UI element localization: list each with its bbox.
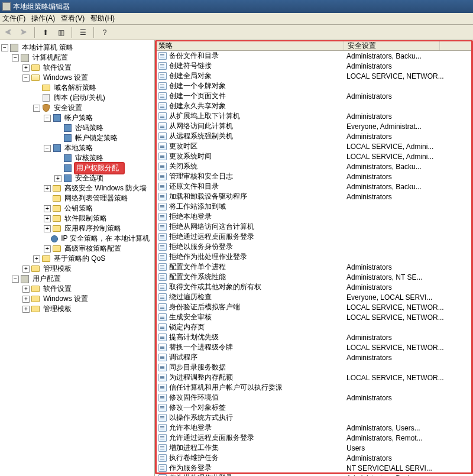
toggle-icon[interactable]: + xyxy=(33,255,40,263)
list-row[interactable]: 更改时区LOCAL SERVICE, Admini... xyxy=(155,141,473,151)
node-srp[interactable]: + 软件限制策略 xyxy=(44,213,153,224)
list-row[interactable]: 从扩展坞上取下计算机Administrators xyxy=(155,111,473,121)
node-lockout[interactable]: 帐户锁定策略 xyxy=(54,133,153,143)
list-row[interactable]: 拒绝以服务身份登录 xyxy=(155,242,473,252)
toggle-icon[interactable]: − xyxy=(12,276,19,283)
back-button[interactable]: ⮜ xyxy=(2,27,14,38)
list-row[interactable]: 调试程序Administrators xyxy=(155,352,473,362)
node-appctrl[interactable]: + 应用程序控制策略 xyxy=(44,224,153,234)
list-row[interactable]: 修改一个对象标签 xyxy=(155,403,473,413)
list-row[interactable]: 作为服务登录NT SERVICE\ALL SERVI... xyxy=(155,463,473,473)
list-body[interactable]: 备份文件和目录Administrators, Backu...创建符号链接Adm… xyxy=(155,51,473,476)
up-button[interactable]: ⬆ xyxy=(40,27,51,38)
menu-help[interactable]: 帮助(H) xyxy=(90,14,115,24)
toggle-icon[interactable]: + xyxy=(22,64,30,72)
toggle-icon[interactable]: − xyxy=(44,115,51,122)
list-row[interactable]: 还原文件和目录Administrators, Backu... xyxy=(155,182,473,192)
list-row[interactable]: 以操作系统方式执行 xyxy=(155,413,473,423)
node-secopts[interactable]: + 安全选项 xyxy=(54,173,153,183)
export-button[interactable]: ☰ xyxy=(77,27,89,38)
node-usoftware[interactable]: + 软件设置 xyxy=(22,284,153,294)
show-hide-tree-button[interactable]: ▥ xyxy=(55,27,67,38)
node-admintpl[interactable]: + 管理模板 xyxy=(22,264,153,274)
node-qos[interactable]: + 基于策略的 QoS xyxy=(33,254,153,264)
list-row[interactable]: 创建一个页面文件Administrators xyxy=(155,91,473,101)
list-row[interactable]: 配置文件单个进程Administrators xyxy=(155,262,473,272)
tree-pane[interactable]: − 本地计算机 策略 − 计算机配置 + 软件设置 − xyxy=(0,40,155,476)
toggle-icon[interactable]: + xyxy=(44,225,51,232)
list-row[interactable]: 拒绝本地登录 xyxy=(155,212,473,222)
menu-action[interactable]: 操作(A) xyxy=(31,14,55,24)
toggle-icon[interactable]: + xyxy=(54,175,61,182)
list-row[interactable]: 将工作站添加到域 xyxy=(155,202,473,212)
list-row[interactable]: 创建一个令牌对象 xyxy=(155,81,473,91)
list-row[interactable]: 拒绝从网络访问这台计算机 xyxy=(155,222,473,232)
menu-file[interactable]: 文件(F) xyxy=(2,14,25,24)
node-uadmintpl[interactable]: + 管理模板 xyxy=(22,304,153,314)
node-security[interactable]: − 安全设置 xyxy=(33,103,153,113)
list-row[interactable]: 拒绝通过远程桌面服务登录 xyxy=(155,232,473,242)
node-windows[interactable]: − Windows 设置 xyxy=(22,73,153,83)
list-row[interactable]: 修改固件环境值Administrators xyxy=(155,393,473,403)
list-row[interactable]: 绕过遍历检查Everyone, LOCAL SERVI... xyxy=(155,292,473,302)
list-row[interactable]: 身份验证后模拟客户端LOCAL SERVICE, NETWOR... xyxy=(155,302,473,312)
col-policy[interactable]: 策略 xyxy=(155,40,344,50)
node-ipsec[interactable]: IP 安全策略，在 本地计算机 xyxy=(44,234,153,244)
node-root[interactable]: − 本地计算机 策略 xyxy=(1,43,153,53)
toggle-icon[interactable]: + xyxy=(44,215,51,222)
node-pubkey[interactable]: + 公钥策略 xyxy=(44,203,153,213)
forward-button[interactable]: ⮞ xyxy=(18,27,30,38)
list-row[interactable]: 执行卷维护任务Administrators xyxy=(155,453,473,463)
toggle-icon[interactable]: + xyxy=(22,306,30,313)
list-row[interactable]: 管理审核和安全日志Administrators xyxy=(155,171,473,182)
list-row[interactable]: 配置文件系统性能Administrators, NT SE... xyxy=(155,272,473,282)
list-row[interactable]: 为进程调整内存配额LOCAL SERVICE, NETWOR... xyxy=(155,373,473,383)
menu-view[interactable]: 查看(V) xyxy=(61,14,85,24)
list-row[interactable]: 允许本地登录Administrators, Users... xyxy=(155,423,473,433)
list-row[interactable]: 同步目录服务数据 xyxy=(155,362,473,373)
list-row[interactable]: 从远程系统强制关机Administrators xyxy=(155,131,473,141)
toggle-icon[interactable]: − xyxy=(12,54,19,61)
list-row[interactable]: 取得文件或其他对象的所有权Administrators xyxy=(155,282,473,292)
toggle-icon[interactable]: + xyxy=(44,185,51,192)
toggle-icon[interactable]: + xyxy=(44,245,51,252)
list-row[interactable]: 允许通过远程桌面服务登录Administrators, Remot... xyxy=(155,433,473,443)
node-dns[interactable]: 域名解析策略 xyxy=(33,83,153,93)
list-row[interactable]: 锁定内存页 xyxy=(155,322,473,332)
node-software[interactable]: + 软件设置 xyxy=(22,63,153,73)
toggle-icon[interactable]: + xyxy=(22,286,30,293)
toggle-icon[interactable]: + xyxy=(22,265,30,273)
node-account[interactable]: − 帐户策略 xyxy=(44,113,153,123)
node-local[interactable]: − 本地策略 xyxy=(44,143,153,153)
node-computer[interactable]: − 计算机配置 xyxy=(12,53,153,63)
list-row[interactable]: 从网络访问此计算机Everyone, Administrat... xyxy=(155,121,473,131)
toggle-icon[interactable]: − xyxy=(44,145,51,152)
list-row[interactable]: 创建符号链接Administrators xyxy=(155,61,473,71)
list-row[interactable]: 生成安全审核LOCAL SERVICE, NETWOR... xyxy=(155,312,473,322)
toggle-icon[interactable]: − xyxy=(22,75,30,82)
list-row[interactable]: 作为批处理作业登录Administrators, Backu... xyxy=(155,473,473,476)
list-row[interactable]: 提高计划优先级Administrators xyxy=(155,332,473,342)
col-setting[interactable]: 安全设置 xyxy=(344,40,440,50)
list-row[interactable]: 加载和卸载设备驱动程序Administrators xyxy=(155,192,473,202)
list-row[interactable]: 增加进程工作集Users xyxy=(155,443,473,453)
toggle-icon[interactable]: − xyxy=(1,44,8,51)
help-button[interactable]: ? xyxy=(99,27,111,38)
toggle-icon[interactable]: + xyxy=(44,205,51,212)
node-password[interactable]: 密码策略 xyxy=(54,123,153,133)
list-row[interactable]: 更改系统时间LOCAL SERVICE, Admini... xyxy=(155,151,473,161)
node-wfas[interactable]: + 高级安全 Windows 防火墙 xyxy=(44,183,153,193)
list-row[interactable]: 关闭系统Administrators, Backu... xyxy=(155,161,473,171)
node-nlm[interactable]: 网络列表管理器策略 xyxy=(44,193,153,203)
toggle-icon[interactable]: + xyxy=(22,296,30,303)
list-row[interactable]: 备份文件和目录Administrators, Backu... xyxy=(155,51,473,61)
toggle-icon[interactable]: − xyxy=(33,105,40,112)
col-extra[interactable] xyxy=(440,40,473,50)
node-aac[interactable]: + 高级审核策略配置 xyxy=(44,244,153,254)
list-row[interactable]: 创建永久共享对象 xyxy=(155,101,473,111)
list-row[interactable]: 信任计算机和用户帐户可以执行委派 xyxy=(155,383,473,393)
list-row[interactable]: 替换一个进程级令牌LOCAL SERVICE, NETWOR... xyxy=(155,342,473,352)
list-row[interactable]: 创建全局对象LOCAL SERVICE, NETWOR... xyxy=(155,71,473,81)
node-userrights[interactable]: 用户权限分配 xyxy=(54,163,153,173)
node-uwindows[interactable]: + Windows 设置 xyxy=(22,294,153,304)
